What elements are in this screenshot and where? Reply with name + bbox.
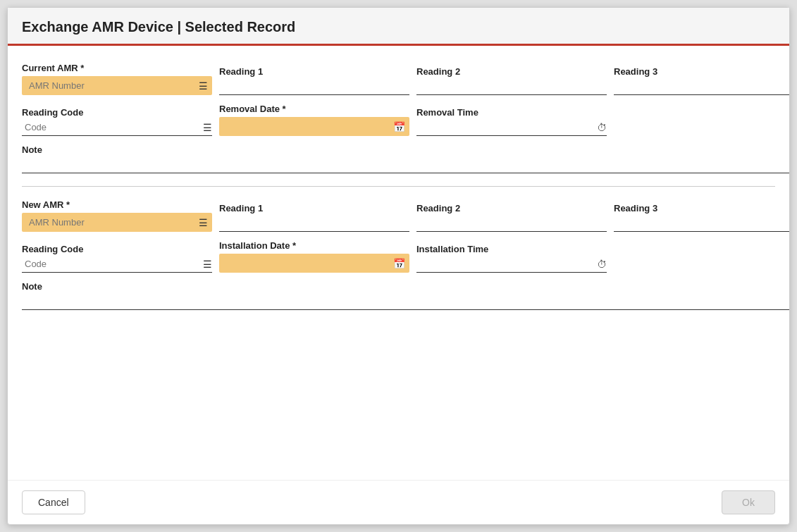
new-note-field: Note xyxy=(22,281,789,310)
current-reading2-field: Reading 2 xyxy=(416,66,607,95)
installation-time-clock-icon[interactable]: ⏱ xyxy=(597,259,607,270)
ok-button[interactable]: Ok xyxy=(722,490,775,514)
current-reading3-input-wrapper xyxy=(614,80,789,95)
new-reading-code-menu-icon[interactable]: ☰ xyxy=(203,259,212,270)
installation-time-field: Installation Time 2:49 PM ⏱ xyxy=(416,244,607,273)
installation-date-label: Installation Date * xyxy=(219,240,409,251)
current-amr-label: Current AMR * xyxy=(22,63,212,73)
current-amr-section: Current AMR * ☰ Reading 1 Reading 2 xyxy=(22,63,775,173)
installation-date-calendar-icon[interactable]: 📅 xyxy=(393,258,405,269)
current-note-label: Note xyxy=(22,144,789,155)
installation-time-input[interactable]: 2:49 PM xyxy=(416,257,594,271)
current-reading3-input[interactable] xyxy=(614,80,789,93)
new-amr-menu-icon[interactable]: ☰ xyxy=(199,217,208,228)
new-reading1-label: Reading 1 xyxy=(219,203,409,214)
removal-time-clock-icon[interactable]: ⏱ xyxy=(597,122,607,133)
removal-time-label: Removal Time xyxy=(416,107,607,118)
current-amr-menu-icon[interactable]: ☰ xyxy=(199,80,208,92)
current-reading-code-menu-icon[interactable]: ☰ xyxy=(203,122,212,133)
new-reading3-input[interactable] xyxy=(614,216,789,230)
current-amr-input-wrapper: ☰ xyxy=(22,76,212,95)
current-reading-code-field: Reading Code ☰ xyxy=(22,107,212,136)
current-reading-code-input[interactable] xyxy=(22,120,200,134)
new-amr-label: New AMR * xyxy=(22,199,212,210)
current-reading2-label: Reading 2 xyxy=(416,66,607,77)
dialog-body: Current AMR * ☰ Reading 1 Reading 2 xyxy=(8,46,789,480)
new-amr-section: New AMR * ☰ Reading 1 Reading 2 xyxy=(22,199,775,310)
section-divider xyxy=(22,186,775,187)
installation-time-input-wrapper: 2:49 PM ⏱ xyxy=(416,257,607,273)
current-note-input-wrapper xyxy=(22,158,789,173)
current-amr-input[interactable] xyxy=(26,79,196,92)
current-reading1-input-wrapper xyxy=(219,80,409,95)
dialog-header: Exchange AMR Device | Selected Record xyxy=(8,8,789,46)
removal-date-label: Removal Date * xyxy=(219,104,409,114)
current-reading1-label: Reading 1 xyxy=(219,66,409,77)
current-reading2-input-wrapper xyxy=(416,80,607,95)
new-note-label: Note xyxy=(22,281,789,292)
current-reading1-input[interactable] xyxy=(219,80,409,93)
dialog-footer: Cancel Ok xyxy=(8,480,789,524)
new-note-input[interactable] xyxy=(22,295,789,308)
new-note-input-wrapper xyxy=(22,295,789,310)
exchange-amr-dialog: Exchange AMR Device | Selected Record Cu… xyxy=(7,7,790,525)
current-note-input[interactable] xyxy=(22,158,789,171)
removal-date-input[interactable]: 10/31/2019 xyxy=(223,120,390,133)
dialog-title: Exchange AMR Device | Selected Record xyxy=(22,19,775,35)
installation-date-field: Installation Date * 10/31/2019 📅 xyxy=(219,240,409,273)
installation-date-input[interactable]: 10/31/2019 xyxy=(223,256,390,270)
new-amr-input[interactable] xyxy=(26,216,196,229)
current-reading3-field: Reading 3 xyxy=(614,66,789,95)
current-reading1-field: Reading 1 xyxy=(219,66,409,95)
new-amr-field: New AMR * ☰ xyxy=(22,199,212,232)
new-reading2-field: Reading 2 xyxy=(416,203,607,232)
removal-date-input-wrapper: 10/31/2019 📅 xyxy=(219,117,409,136)
removal-time-field: Removal Time 2:49 PM ⏱ xyxy=(416,107,607,136)
new-reading-code-input[interactable] xyxy=(22,257,200,271)
new-reading-code-label: Reading Code xyxy=(22,244,212,254)
new-reading1-input[interactable] xyxy=(219,216,409,230)
current-reading2-input[interactable] xyxy=(416,80,607,93)
removal-date-calendar-icon[interactable]: 📅 xyxy=(393,121,405,132)
removal-date-field: Removal Date * 10/31/2019 📅 xyxy=(219,104,409,136)
new-reading1-input-wrapper xyxy=(219,216,409,232)
new-reading2-label: Reading 2 xyxy=(416,203,607,214)
current-reading3-label: Reading 3 xyxy=(614,66,789,77)
new-reading3-label: Reading 3 xyxy=(614,203,789,214)
cancel-button[interactable]: Cancel xyxy=(22,490,85,514)
removal-time-input-wrapper: 2:49 PM ⏱ xyxy=(416,120,607,136)
new-reading2-input[interactable] xyxy=(416,216,607,230)
new-amr-input-wrapper: ☰ xyxy=(22,213,212,232)
new-reading-code-input-wrapper: ☰ xyxy=(22,257,212,273)
installation-time-label: Installation Time xyxy=(416,244,607,254)
installation-date-input-wrapper: 10/31/2019 📅 xyxy=(219,254,409,273)
new-reading3-input-wrapper xyxy=(614,216,789,232)
new-reading1-field: Reading 1 xyxy=(219,203,409,232)
new-reading-code-field: Reading Code ☰ xyxy=(22,244,212,273)
current-amr-field: Current AMR * ☰ xyxy=(22,63,212,95)
current-reading-code-label: Reading Code xyxy=(22,107,212,118)
new-reading3-field: Reading 3 xyxy=(614,203,789,232)
current-note-field: Note xyxy=(22,144,789,173)
new-reading2-input-wrapper xyxy=(416,216,607,232)
current-reading-code-input-wrapper: ☰ xyxy=(22,120,212,136)
removal-time-input[interactable]: 2:49 PM xyxy=(416,120,594,134)
